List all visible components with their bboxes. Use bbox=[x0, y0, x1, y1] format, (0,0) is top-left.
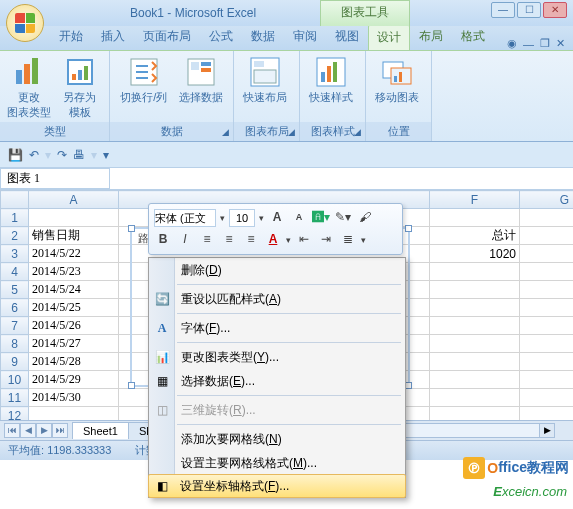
qat-undo-button[interactable]: ↶ bbox=[29, 148, 39, 162]
layout-dialog-launcher[interactable]: ◢ bbox=[285, 127, 297, 139]
row-header[interactable]: 6 bbox=[1, 299, 29, 317]
tab-review[interactable]: 审阅 bbox=[284, 23, 326, 50]
style-icon bbox=[315, 56, 347, 88]
switch-row-column-button[interactable]: 切换行/列 bbox=[116, 54, 171, 105]
svg-rect-0 bbox=[16, 70, 22, 84]
mdi-minimize-button[interactable]: — bbox=[523, 38, 534, 50]
menu-item-font[interactable]: A字体(F)... bbox=[149, 316, 405, 340]
col-header-A[interactable]: A bbox=[29, 191, 119, 209]
formula-bar[interactable] bbox=[110, 168, 573, 189]
cube-icon: ◫ bbox=[153, 401, 171, 419]
quick-layout-button[interactable]: 快速布局 bbox=[240, 54, 290, 105]
close-button[interactable]: ✕ bbox=[543, 2, 567, 18]
group-chart-layouts: 快速布局 图表布局 ◢ bbox=[234, 51, 300, 141]
template-icon bbox=[64, 56, 96, 88]
data-dialog-launcher[interactable]: ◢ bbox=[219, 127, 231, 139]
tab-layout[interactable]: 布局 bbox=[410, 23, 452, 50]
row-header[interactable]: 11 bbox=[1, 389, 29, 407]
italic-button[interactable]: I bbox=[176, 231, 194, 249]
qat-print-button[interactable]: 🖶 bbox=[73, 148, 85, 162]
group-data: 切换行/列 选择数据 数据 ◢ bbox=[110, 51, 234, 141]
col-header-F[interactable]: F bbox=[430, 191, 520, 209]
contextual-tab-title: 图表工具 bbox=[320, 0, 410, 26]
menu-item-add-minor-gridlines[interactable]: 添加次要网格线(N) bbox=[149, 427, 405, 451]
svg-rect-5 bbox=[78, 70, 82, 80]
change-chart-type-button[interactable]: 更改 图表类型 bbox=[6, 54, 53, 120]
menu-item-major-gridlines-format[interactable]: 设置主要网格线格式(M)... bbox=[149, 451, 405, 475]
bullets-button[interactable]: ≣ bbox=[339, 231, 357, 249]
title-bar: Book1 - Microsoft Excel 图表工具 — ☐ ✕ bbox=[0, 0, 573, 26]
svg-rect-22 bbox=[399, 72, 402, 82]
row-header[interactable]: 7 bbox=[1, 317, 29, 335]
mdi-restore-button[interactable]: ❐ bbox=[540, 37, 550, 50]
increase-indent-button[interactable]: ⇥ bbox=[317, 231, 335, 249]
menu-item-select-data[interactable]: ▦选择数据(E)... bbox=[149, 369, 405, 393]
bold-button[interactable]: B bbox=[154, 231, 172, 249]
menu-item-axis-format[interactable]: ◧设置坐标轴格式(F)... bbox=[148, 474, 406, 498]
sheet-nav-first[interactable]: ⏮ bbox=[4, 423, 20, 438]
tab-data[interactable]: 数据 bbox=[242, 23, 284, 50]
name-box[interactable] bbox=[0, 168, 110, 189]
mini-font-size[interactable] bbox=[229, 209, 255, 227]
layout-icon bbox=[249, 56, 281, 88]
format-painter-icon[interactable]: 🖌 bbox=[356, 209, 374, 227]
grow-font-icon[interactable]: A bbox=[268, 209, 286, 227]
select-data-button[interactable]: 选择数据 bbox=[175, 54, 227, 105]
mini-font-name[interactable] bbox=[154, 209, 216, 227]
menu-item-reset-match-style[interactable]: 🔄重设以匹配样式(A) bbox=[149, 287, 405, 311]
tab-home[interactable]: 开始 bbox=[50, 23, 92, 50]
shrink-font-icon[interactable]: A bbox=[290, 209, 308, 227]
menu-item-delete[interactable]: 删除(D) bbox=[149, 258, 405, 282]
font-color-button[interactable]: A bbox=[264, 231, 282, 249]
maximize-button[interactable]: ☐ bbox=[517, 2, 541, 18]
tab-formulas[interactable]: 公式 bbox=[200, 23, 242, 50]
decrease-indent-button[interactable]: ⇤ bbox=[295, 231, 313, 249]
svg-rect-4 bbox=[72, 74, 76, 80]
office-button[interactable] bbox=[6, 4, 44, 42]
align-center-button[interactable]: ≡ bbox=[220, 231, 238, 249]
fill-color-dropdown[interactable]: ✎▾ bbox=[334, 209, 352, 227]
row-header[interactable]: 4 bbox=[1, 263, 29, 281]
tab-insert[interactable]: 插入 bbox=[92, 23, 134, 50]
tab-page-layout[interactable]: 页面布局 bbox=[134, 23, 200, 50]
svg-rect-18 bbox=[333, 62, 337, 82]
tab-design[interactable]: 设计 bbox=[368, 24, 410, 50]
sheet-tab-sheet1[interactable]: Sheet1 bbox=[72, 422, 129, 439]
sheet-nav-next[interactable]: ▶ bbox=[36, 423, 52, 438]
align-right-button[interactable]: ≡ bbox=[242, 231, 260, 249]
style-dialog-launcher[interactable]: ◢ bbox=[351, 127, 363, 139]
row-header[interactable]: 10 bbox=[1, 371, 29, 389]
help-icon[interactable]: ◉ bbox=[507, 37, 517, 50]
quick-style-button[interactable]: 快速样式 bbox=[306, 54, 356, 105]
sheet-nav-last[interactable]: ⏭ bbox=[52, 423, 68, 438]
select-all-corner[interactable] bbox=[1, 191, 29, 209]
row-header[interactable]: 5 bbox=[1, 281, 29, 299]
qat-save-button[interactable]: 💾 bbox=[8, 148, 23, 162]
tab-view[interactable]: 视图 bbox=[326, 23, 368, 50]
move-chart-button[interactable]: 移动图表 bbox=[372, 54, 422, 105]
row-header[interactable]: 9 bbox=[1, 353, 29, 371]
row-header[interactable]: 2 bbox=[1, 227, 29, 245]
col-header-G[interactable]: G bbox=[520, 191, 574, 209]
minimize-button[interactable]: — bbox=[491, 2, 515, 18]
svg-rect-10 bbox=[201, 62, 211, 66]
row-header[interactable]: 1 bbox=[1, 209, 29, 227]
mini-toolbar: ▾ ▾ A A 🅰▾ ✎▾ 🖌 B I ≡ ≡ ≡ A▾ ⇤ ⇥ ≣▾ bbox=[148, 203, 403, 255]
menu-item-change-chart-type[interactable]: 📊更改图表类型(Y)... bbox=[149, 345, 405, 369]
qat-redo-button[interactable]: ↷ bbox=[57, 148, 67, 162]
blank-icon bbox=[153, 454, 171, 472]
chart-icon: 📊 bbox=[153, 348, 171, 366]
font-style-dropdown[interactable]: 🅰▾ bbox=[312, 209, 330, 227]
svg-rect-13 bbox=[254, 61, 264, 67]
save-as-template-button[interactable]: 另存为 模板 bbox=[57, 54, 104, 120]
row-header[interactable]: 12 bbox=[1, 407, 29, 421]
tab-format[interactable]: 格式 bbox=[452, 23, 494, 50]
align-left-button[interactable]: ≡ bbox=[198, 231, 216, 249]
move-chart-icon bbox=[381, 56, 413, 88]
sheet-nav-prev[interactable]: ◀ bbox=[20, 423, 36, 438]
qat-customize-button[interactable]: ▾ bbox=[103, 148, 109, 162]
row-header[interactable]: 3 bbox=[1, 245, 29, 263]
select-data-icon bbox=[185, 56, 217, 88]
row-header[interactable]: 8 bbox=[1, 335, 29, 353]
mdi-close-button[interactable]: ✕ bbox=[556, 37, 565, 50]
